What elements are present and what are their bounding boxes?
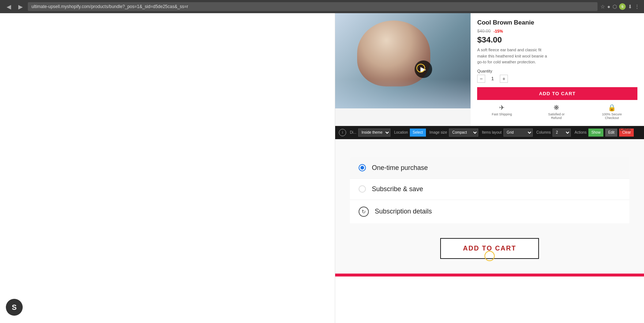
sync-icon: ↻ [362,209,366,215]
main-cart-label: ADD TO CART [463,245,516,252]
product-image [335,13,471,108]
back-button[interactable]: ◀ [4,3,13,11]
bottom-red-bar [335,274,644,276]
subscription-icon: ↻ [359,207,369,217]
url-text: ultimate-upsell.myshopify.com/products/b… [31,4,188,9]
display-label: Di... [350,130,356,134]
url-bar: ultimate-upsell.myshopify.com/products/b… [28,2,598,11]
subscription-details-label: Subscription details [375,208,432,215]
current-price: $34.00 [477,35,637,45]
extension-icon[interactable]: ⬡ [613,4,617,10]
shopify-extension-icon[interactable]: S [619,3,626,10]
one-time-label: One-time purchase [372,164,428,172]
profile-icon[interactable]: ● [607,4,610,10]
menu-icon[interactable]: ⋮ [634,4,640,10]
quantity-decrease-button[interactable]: − [477,75,485,83]
browser-actions: ☆ ● ⬡ S ⬇ ⋮ [600,3,640,10]
shipping-label: Fast Shipping [492,112,512,116]
cart-cursor-overlay [484,251,495,261]
main-add-to-cart-button[interactable]: ADD TO CART [440,238,539,259]
actions-label: Actions [574,130,587,134]
left-space [0,13,335,323]
shopify-fab[interactable]: S [6,299,23,316]
columns-select[interactable]: 2 [553,129,571,137]
original-price: $40.00 [477,29,491,34]
items-layout-label: Items layout [482,130,502,134]
discount-badge: -15% [494,29,503,33]
product-title: Cool Brown Beanie [477,19,637,26]
trust-badge-secure: 🔒 100% Secure Checkout [601,104,623,120]
lower-content: One-time purchase Subscribe & save ↻ Sub… [335,139,644,276]
trust-badge-shipping: ✈ Fast Shipping [492,104,512,120]
browser-bar: ◀ ▶ ultimate-upsell.myshopify.com/produc… [0,0,644,13]
one-time-purchase-row[interactable]: One-time purchase [350,157,629,179]
subscribe-label: Subscribe & save [372,185,423,193]
page-wrapper: ▶ Cool Brown Beanie $40.00 -15% $34.00 A… [0,13,644,323]
quantity-value: 1 [489,76,496,81]
display-select[interactable]: Inside theme [358,129,390,137]
trust-badge-refund: ❋ Satisfied or Refund [546,104,568,120]
product-image-area: ▶ [335,13,471,126]
cleat-label: Cleat [620,126,631,132]
subscription-details-row[interactable]: ↻ Subscription details [350,200,629,223]
price-row: $40.00 -15% [477,29,637,34]
right-panel: ▶ Cool Brown Beanie $40.00 -15% $34.00 A… [335,13,644,323]
location-select-button[interactable]: Select [410,129,426,137]
bottom-toolbar: i Di... Inside theme Location Select Ima… [335,126,644,139]
shopify-fab-icon: S [12,303,16,312]
product-details: Cool Brown Beanie $40.00 -15% $34.00 A s… [471,13,644,126]
trust-badges: ✈ Fast Shipping ❋ Satisfied or Refund 🔒 … [477,104,637,120]
location-label: Location [394,130,408,134]
airplane-icon: ✈ [499,104,505,112]
toolbar-location-group: Location Select [394,129,426,137]
subscribe-radio[interactable] [359,185,366,193]
quantity-control: − 1 + [477,75,637,83]
downloads-icon[interactable]: ⬇ [628,4,632,10]
radio-dot [360,166,364,170]
bookmark-icon[interactable]: ☆ [600,4,605,10]
one-time-radio[interactable] [359,164,366,171]
star-burst-icon: ❋ [554,104,559,112]
add-to-cart-top-button[interactable]: ADD TO CART [477,87,637,100]
toolbar-info-icon[interactable]: i [339,129,346,136]
columns-label: Columns [536,130,551,134]
main-add-to-cart-wrap: ADD TO CART [335,231,644,266]
image-size-select[interactable]: Compact [449,129,478,137]
edit-button[interactable]: Edit [605,129,617,137]
refund-label: Satisfied or Refund [546,112,568,120]
toolbar-columns-group: Columns 2 [536,129,571,137]
toolbar-image-size-group: Image size Compact [430,129,478,137]
show-button[interactable]: Show [588,129,603,137]
forward-button[interactable]: ▶ [16,3,25,11]
play-button[interactable]: ▶ [415,60,432,78]
purchase-options: One-time purchase Subscribe & save ↻ Sub… [350,157,629,223]
toolbar-layout-group: Items layout Grid [482,129,533,137]
toolbar-display-group: Di... Inside theme [350,129,390,137]
items-layout-select[interactable]: Grid [503,129,533,137]
quantity-increase-button[interactable]: + [500,75,508,83]
secure-label: 100% Secure Checkout [601,112,623,120]
lock-icon: 🔒 [608,104,616,112]
subscribe-save-row[interactable]: Subscribe & save [350,179,629,200]
quantity-label: Quantity [477,69,637,73]
product-top: ▶ Cool Brown Beanie $40.00 -15% $34.00 A… [335,13,644,126]
image-size-label: Image size [430,130,447,134]
product-description: A soft fleece ear band and classic fit m… [477,47,550,65]
